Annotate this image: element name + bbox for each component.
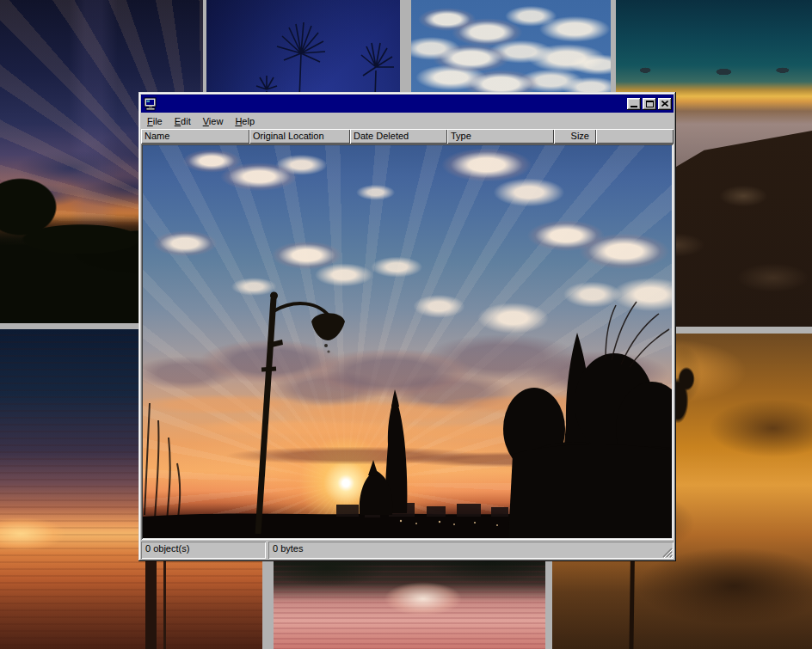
status-total-size: 0 bytes	[268, 542, 674, 559]
title-bar[interactable]	[141, 95, 674, 113]
silhouette-scene	[143, 145, 672, 538]
menu-edit[interactable]: Edit	[175, 116, 191, 126]
maximize-icon	[646, 101, 654, 107]
column-header-filler	[596, 129, 674, 144]
resize-grip[interactable]	[661, 547, 673, 558]
computer-icon[interactable]	[144, 97, 157, 111]
menu-file[interactable]: File	[147, 116, 163, 126]
column-header-type[interactable]: Type	[447, 129, 554, 144]
minimize-button[interactable]	[627, 98, 641, 110]
cypress-silhouette	[360, 389, 408, 515]
column-header-name[interactable]: Name	[141, 129, 249, 144]
close-button[interactable]	[658, 98, 672, 110]
list-viewport[interactable]	[141, 144, 674, 540]
menu-help[interactable]: Help	[235, 116, 255, 126]
menu-view[interactable]: View	[203, 116, 224, 126]
column-header-date-deleted[interactable]: Date Deleted	[350, 129, 447, 144]
street-lamp-silhouette	[258, 292, 345, 535]
list-header: Name Original Location Date Deleted Type…	[141, 129, 674, 144]
right-trees-silhouette	[503, 333, 672, 538]
maximize-button[interactable]	[643, 98, 656, 110]
menu-bar: File Edit View Help	[141, 113, 674, 129]
column-header-original-location[interactable]: Original Location	[249, 129, 350, 144]
close-icon	[661, 101, 668, 107]
column-header-size[interactable]: Size	[554, 129, 596, 144]
sunset-lamp-photo	[143, 145, 672, 538]
status-bar: 0 object(s) 0 bytes	[141, 542, 674, 559]
status-object-count: 0 object(s)	[141, 542, 266, 559]
recycle-bin-window: File Edit View Help Name Original Locati…	[138, 92, 676, 561]
desktop: File Edit View Help Name Original Locati…	[0, 0, 812, 649]
minimize-icon	[631, 106, 637, 107]
